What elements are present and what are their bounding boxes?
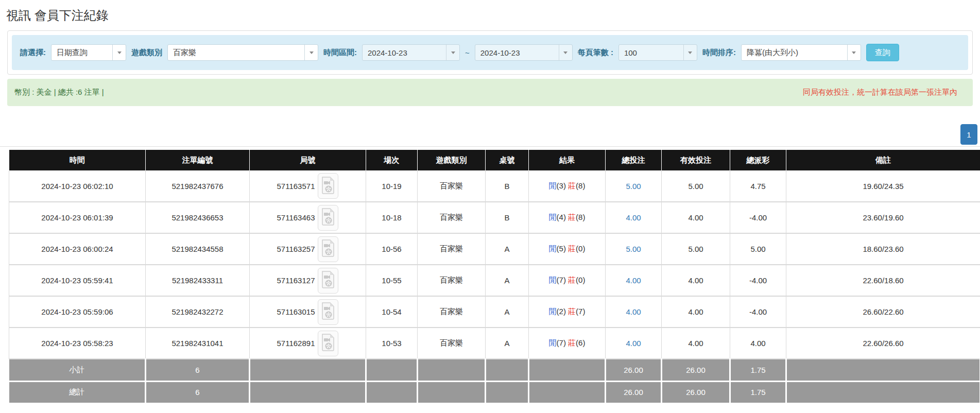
cell-table-no: A	[486, 296, 529, 328]
summary-note: 同局有效投注，統一計算在該局第一張注單內	[803, 88, 957, 97]
result-banker: 莊	[568, 276, 576, 284]
cell-time: 2024-10-23 06:01:39	[9, 202, 146, 233]
game-type-select[interactable]: 百家樂	[167, 44, 318, 61]
cell-table-no: A	[486, 265, 529, 296]
cell-round-no: 571163015	[250, 296, 366, 328]
file-video-icon	[321, 208, 335, 227]
cell-valid-bet: 5.00	[662, 233, 730, 265]
total-valid-bet: 26.00	[662, 381, 730, 403]
result-player-score: (7)	[557, 338, 566, 347]
total-bet-link[interactable]: 4.00	[626, 339, 641, 348]
cell-valid-bet: 4.00	[662, 296, 730, 328]
cell-round-no: 571162891	[250, 328, 366, 359]
total-bet-link[interactable]: 5.00	[626, 182, 641, 191]
cell-session: 10-53	[366, 328, 418, 359]
cell-game-type: 百家樂	[418, 328, 486, 359]
chevron-down-icon	[304, 45, 318, 60]
file-video-icon	[321, 239, 335, 259]
header-note: 備註	[786, 150, 980, 170]
cell-result: 閒(7) 莊(6)	[529, 328, 606, 359]
cell-result: 閒(2) 莊(7)	[529, 296, 606, 328]
result-banker-score: (0)	[576, 276, 585, 284]
sort-value: 降冪(由大到小)	[742, 45, 847, 60]
chevron-down-icon	[112, 45, 126, 60]
cell-game-type: 百家樂	[418, 265, 486, 296]
cell-result: 閒(7) 莊(0)	[529, 265, 606, 296]
table-row: 2024-10-23 05:58:23521982431041571162891…	[9, 328, 980, 359]
sort-select[interactable]: 降冪(由大到小)	[741, 44, 861, 61]
video-replay-button[interactable]	[318, 173, 338, 199]
cell-payout: -4.00	[730, 296, 786, 328]
header-payout: 總派彩	[730, 150, 786, 170]
table-row: 2024-10-23 05:59:06521982432272571163015…	[9, 296, 980, 328]
result-player-score: (7)	[557, 276, 566, 284]
table-row: 2024-10-23 06:02:10521982437676571163571…	[9, 170, 980, 202]
result-player-score: (3)	[557, 181, 566, 190]
page-1-button[interactable]: 1	[960, 124, 977, 145]
video-replay-button[interactable]	[318, 299, 338, 325]
per-page-select[interactable]: 100	[618, 44, 697, 61]
cell-table-no: B	[486, 202, 529, 233]
cell-time: 2024-10-23 05:59:06	[9, 296, 146, 328]
header-table-no: 桌號	[486, 150, 529, 170]
pagination-top: 1	[0, 124, 977, 145]
cell-round-no: 571163127	[250, 265, 366, 296]
file-video-icon	[321, 334, 335, 353]
cell-payout: 4.00	[730, 328, 786, 359]
table-row: 2024-10-23 05:59:41521982433311571163127…	[9, 265, 980, 296]
filter-panel: 請選擇: 日期查詢 遊戲類別 百家樂 時間區間: 2024-10-23 ~ 20…	[7, 30, 973, 75]
total-bet-link[interactable]: 4.00	[626, 276, 641, 285]
cell-valid-bet: 4.00	[662, 328, 730, 359]
total-bet-link[interactable]: 5.00	[626, 245, 641, 253]
cell-time: 2024-10-23 05:59:41	[9, 265, 146, 296]
search-button[interactable]: 查詢	[866, 44, 899, 61]
result-banker-score: (8)	[576, 213, 585, 221]
date-from-select[interactable]: 2024-10-23	[362, 44, 460, 61]
date-to-select[interactable]: 2024-10-23	[475, 44, 573, 61]
round-no-text: 571163257	[277, 245, 315, 253]
result-banker: 莊	[568, 213, 576, 221]
subtotal-total-bet: 26.00	[606, 359, 662, 381]
cell-round-no: 571163463	[250, 202, 366, 233]
query-type-value: 日期查詢	[51, 45, 112, 60]
header-valid-bet: 有效投注	[662, 150, 730, 170]
cell-time: 2024-10-23 06:02:10	[9, 170, 146, 202]
total-bet-link[interactable]: 4.00	[626, 213, 641, 222]
game-type-value: 百家樂	[168, 45, 304, 60]
result-player: 閒	[549, 244, 557, 253]
result-player: 閒	[549, 338, 557, 347]
result-player-score: (5)	[557, 244, 566, 253]
total-bet-link[interactable]: 4.00	[626, 307, 641, 316]
cell-valid-bet: 5.00	[662, 170, 730, 202]
table-row: 2024-10-23 06:00:24521982434558571163257…	[9, 233, 980, 265]
round-no-text: 571163127	[277, 276, 315, 285]
cell-bet-no: 521982434558	[146, 233, 250, 265]
video-replay-button[interactable]	[318, 331, 338, 356]
cell-result: 閒(3) 莊(8)	[529, 170, 606, 202]
chevron-down-icon	[446, 45, 459, 60]
date-to-value: 2024-10-23	[475, 45, 559, 60]
query-type-select[interactable]: 日期查詢	[51, 44, 126, 61]
table-header-row: 時間 注單編號 局號 場次 遊戲類別 桌號 結果 總投注 有效投注 總派彩 備註	[9, 150, 980, 170]
result-player-score: (2)	[557, 307, 566, 316]
range-separator: ~	[465, 48, 470, 57]
query-type-label: 請選擇:	[20, 48, 46, 58]
sort-label: 時間排序:	[702, 48, 736, 58]
chevron-down-icon	[847, 45, 861, 60]
video-replay-button[interactable]	[318, 236, 338, 262]
result-player-score: (4)	[557, 213, 566, 221]
cell-valid-bet: 4.00	[662, 202, 730, 233]
time-range-label: 時間區間:	[323, 48, 357, 58]
file-video-icon	[321, 177, 335, 196]
header-session: 場次	[366, 150, 418, 170]
video-replay-button[interactable]	[318, 205, 338, 231]
cell-game-type: 百家樂	[418, 170, 486, 202]
cell-note: 19.60/24.35	[786, 170, 980, 202]
result-banker-score: (8)	[576, 181, 585, 190]
cell-bet-no: 521982433311	[146, 265, 250, 296]
file-video-icon	[321, 302, 335, 321]
file-video-icon	[321, 271, 335, 290]
video-replay-button[interactable]	[318, 268, 338, 294]
cell-time: 2024-10-23 05:58:23	[9, 328, 146, 359]
result-player: 閒	[549, 307, 557, 316]
